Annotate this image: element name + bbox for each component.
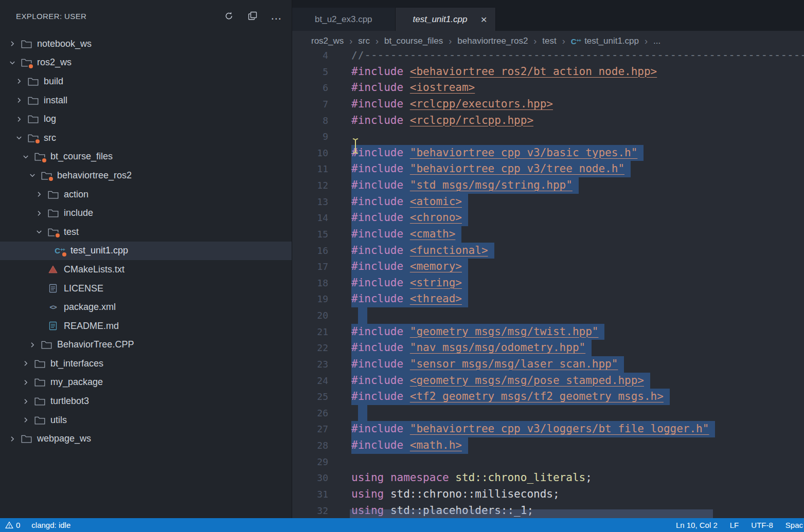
breadcrumb-item[interactable]: ... xyxy=(653,36,660,46)
code-line[interactable]: 21#include "geometry_msgs/msg/twist.hpp" xyxy=(292,324,804,340)
code-line[interactable]: 6#include <iostream> xyxy=(292,80,804,96)
line-number[interactable]: 30 xyxy=(292,470,328,486)
tree-item-bt_course_files[interactable]: bt_course_files xyxy=(0,148,292,167)
line-number[interactable]: 9 xyxy=(292,129,328,145)
code-editor[interactable]: 4//-------------------------------------… xyxy=(292,51,804,518)
code-line[interactable]: 18#include <string> xyxy=(292,275,804,291)
tree-item-log[interactable]: log xyxy=(0,109,292,129)
clangd-status[interactable]: clangd: idle xyxy=(31,521,70,529)
breadcrumb-item[interactable]: src xyxy=(358,36,370,46)
breadcrumb-item[interactable]: bt_course_files xyxy=(384,36,443,46)
breadcrumb-item[interactable]: behaviortree_ros2 xyxy=(457,36,528,46)
line-number[interactable]: 13 xyxy=(292,194,328,210)
code-line[interactable]: 29 xyxy=(292,454,804,470)
code-line[interactable]: 5#include <behaviortree_ros2/bt_action_n… xyxy=(292,64,804,80)
code-line[interactable]: 22#include "nav_msgs/msg/odometry.hpp" xyxy=(292,340,804,356)
chevron-right-icon[interactable] xyxy=(22,359,30,368)
tree-item-test[interactable]: test xyxy=(0,223,292,242)
chevron-down-icon[interactable] xyxy=(8,59,16,67)
line-number[interactable]: 11 xyxy=(292,161,328,177)
code-line[interactable]: 31using std::chrono::milliseconds; xyxy=(292,486,804,503)
tree-item-package.xml[interactable]: <>package.xml xyxy=(0,298,292,317)
line-number[interactable]: 7 xyxy=(292,96,328,113)
code-line[interactable]: 15#include <cmath> xyxy=(292,226,804,243)
tree-item-src[interactable]: src xyxy=(0,129,292,148)
code-line[interactable]: 24#include <geometry_msgs/msg/pose_stamp… xyxy=(292,373,804,389)
line-number[interactable]: 28 xyxy=(292,437,328,454)
line-number[interactable]: 20 xyxy=(292,307,328,324)
problems-indicator[interactable]: 0 xyxy=(5,521,20,529)
chevron-down-icon[interactable] xyxy=(15,134,23,142)
code-line[interactable]: 4//-------------------------------------… xyxy=(292,51,804,64)
chevron-right-icon[interactable] xyxy=(35,209,43,217)
code-line[interactable]: 14#include <chrono> xyxy=(292,210,804,226)
close-icon[interactable]: × xyxy=(480,14,487,25)
line-number[interactable]: 14 xyxy=(292,210,328,226)
breadcrumb-item[interactable]: test xyxy=(542,36,556,46)
line-number[interactable]: 4 xyxy=(292,51,328,64)
tree-item-BehaviorTree.CPP[interactable]: BehaviorTree.CPP xyxy=(0,336,292,355)
code-line[interactable]: 17#include <memory> xyxy=(292,259,804,275)
tree-item-test_unit1.cpp[interactable]: C++test_unit1.cpp xyxy=(0,242,292,261)
horizontal-scrollbar[interactable] xyxy=(292,509,804,518)
line-number[interactable]: 18 xyxy=(292,275,328,291)
code-line[interactable]: 8#include <rclcpp/rclcpp.hpp> xyxy=(292,113,804,129)
code-line[interactable]: 7#include <rclcpp/executors.hpp> xyxy=(292,96,804,113)
chevron-down-icon[interactable] xyxy=(28,171,37,179)
code-line[interactable]: 20 xyxy=(292,307,804,324)
cursor-position[interactable]: Ln 10, Col 2 xyxy=(676,521,718,529)
line-number[interactable]: 17 xyxy=(292,259,328,275)
code-line[interactable]: 19#include <thread> xyxy=(292,291,804,307)
tree-item-my_package[interactable]: my_package xyxy=(0,373,292,392)
code-line[interactable]: 16#include <functional> xyxy=(292,243,804,259)
tree-item-turtlebot3[interactable]: turtlebot3 xyxy=(0,392,292,411)
tab-bt_u2_ex3.cpp[interactable]: bt_u2_ex3.cpp xyxy=(292,8,396,31)
line-number[interactable]: 5 xyxy=(292,64,328,80)
chevron-right-icon[interactable] xyxy=(8,435,16,443)
line-number[interactable]: 15 xyxy=(292,226,328,243)
chevron-right-icon[interactable] xyxy=(15,115,23,123)
line-number[interactable]: 10 xyxy=(292,145,328,161)
code-line[interactable]: 12#include "std_msgs/msg/string.hpp" xyxy=(292,177,804,194)
eol-indicator[interactable]: LF xyxy=(730,521,739,529)
code-line[interactable]: 13#include <atomic> xyxy=(292,194,804,210)
tree-item-utils[interactable]: utils xyxy=(0,411,292,430)
tree-item-webpage_ws[interactable]: webpage_ws xyxy=(0,429,292,448)
chevron-right-icon[interactable] xyxy=(28,341,37,349)
chevron-right-icon[interactable] xyxy=(22,397,30,406)
refresh-icon[interactable] xyxy=(224,11,234,21)
chevron-right-icon[interactable] xyxy=(22,416,30,424)
line-number[interactable]: 16 xyxy=(292,243,328,259)
breadcrumb-item[interactable]: ros2_ws xyxy=(311,36,344,46)
tree-item-CMakeLists.txt[interactable]: CMakeLists.txt xyxy=(0,260,292,279)
chevron-right-icon[interactable] xyxy=(15,96,23,104)
line-number[interactable]: 6 xyxy=(292,80,328,96)
tree-item-bt_interfaces[interactable]: bt_interfaces xyxy=(0,354,292,373)
code-line[interactable]: 9 xyxy=(292,129,804,145)
chevron-right-icon[interactable] xyxy=(22,378,30,387)
code-line[interactable]: 30using namespace std::chrono_literals; xyxy=(292,470,804,486)
tree-item-README.md[interactable]: README.md xyxy=(0,317,292,336)
line-number[interactable]: 8 xyxy=(292,113,328,129)
code-line[interactable]: 11#include "behaviortree_cpp_v3/tree_nod… xyxy=(292,161,804,177)
breadcrumb-item[interactable]: C++test_unit1.cpp xyxy=(571,36,639,46)
chevron-right-icon[interactable] xyxy=(35,190,43,198)
line-number[interactable]: 23 xyxy=(292,356,328,373)
explorer-header[interactable]: EXPLORER: USER … xyxy=(0,0,292,32)
line-number[interactable]: 31 xyxy=(292,486,328,503)
chevron-right-icon[interactable] xyxy=(8,40,16,48)
line-number[interactable]: 25 xyxy=(292,389,328,405)
tree-item-notebook_ws[interactable]: notebook_ws xyxy=(0,34,292,53)
tree-item-LICENSE[interactable]: LICENSE xyxy=(0,279,292,298)
chevron-down-icon[interactable] xyxy=(35,228,43,236)
line-number[interactable]: 19 xyxy=(292,291,328,307)
encoding-indicator[interactable]: UTF-8 xyxy=(751,521,773,529)
line-number[interactable]: 22 xyxy=(292,340,328,356)
line-number[interactable]: 21 xyxy=(292,324,328,340)
line-number[interactable]: 26 xyxy=(292,405,328,421)
code-line[interactable]: 27#include "behaviortree_cpp_v3/loggers/… xyxy=(292,421,804,437)
tree-item-action[interactable]: action xyxy=(0,185,292,204)
code-line[interactable]: 25#include <tf2_geometry_msgs/tf2_geomet… xyxy=(292,389,804,405)
more-actions-icon[interactable]: … xyxy=(271,11,281,21)
tree-item-include[interactable]: include xyxy=(0,204,292,223)
